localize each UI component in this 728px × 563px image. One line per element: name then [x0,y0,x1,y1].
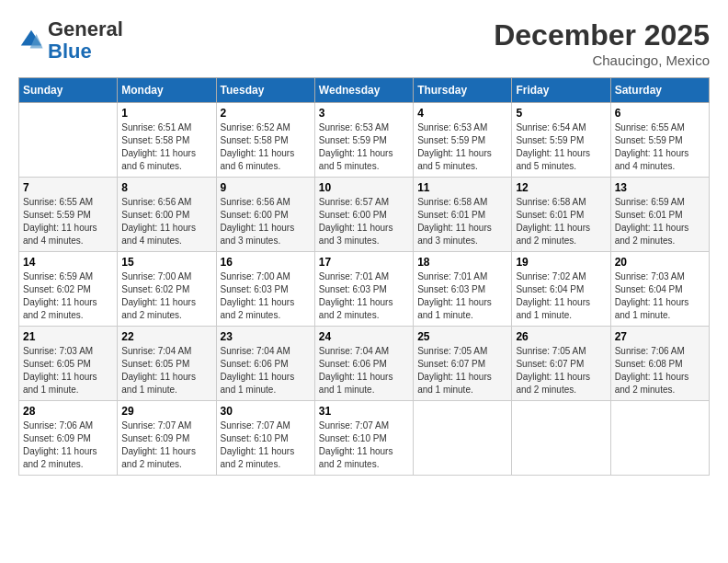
day-number: 5 [516,107,606,120]
day-info: Sunrise: 6:54 AMSunset: 5:59 PMDaylight:… [516,121,606,173]
logo-icon [18,28,44,53]
column-header-monday: Monday [118,78,216,103]
day-info: Sunrise: 6:53 AMSunset: 5:59 PMDaylight:… [417,121,507,173]
day-info: Sunrise: 7:00 AMSunset: 6:02 PMDaylight:… [121,270,211,322]
calendar-cell: 23Sunrise: 7:04 AMSunset: 6:06 PMDayligh… [216,327,314,401]
day-info: Sunrise: 7:06 AMSunset: 6:08 PMDaylight:… [615,345,705,396]
calendar-cell [610,401,709,476]
column-header-tuesday: Tuesday [216,78,314,103]
calendar-week-row: 14Sunrise: 6:59 AMSunset: 6:02 PMDayligh… [19,252,710,327]
calendar-cell: 4Sunrise: 6:53 AMSunset: 5:59 PMDaylight… [414,103,512,178]
calendar-cell: 20Sunrise: 7:03 AMSunset: 6:04 PMDayligh… [610,252,709,327]
calendar-cell: 28Sunrise: 7:06 AMSunset: 6:09 PMDayligh… [19,401,118,476]
day-number: 3 [319,107,409,120]
day-info: Sunrise: 6:56 AMSunset: 6:00 PMDaylight:… [221,196,311,247]
calendar-cell: 29Sunrise: 7:07 AMSunset: 6:09 PMDayligh… [118,401,216,476]
calendar-cell: 13Sunrise: 6:59 AMSunset: 6:01 PMDayligh… [610,178,709,252]
day-info: Sunrise: 6:57 AMSunset: 6:00 PMDaylight:… [319,196,409,247]
day-number: 2 [221,107,311,120]
day-info: Sunrise: 6:59 AMSunset: 6:01 PMDaylight:… [615,196,705,247]
month-title: December 2025 [494,18,710,52]
day-number: 27 [615,330,705,343]
calendar-cell: 8Sunrise: 6:56 AMSunset: 6:00 PMDaylight… [118,178,216,252]
day-info: Sunrise: 6:56 AMSunset: 6:00 PMDaylight:… [121,196,211,247]
calendar-cell: 7Sunrise: 6:55 AMSunset: 5:59 PMDaylight… [19,178,118,252]
day-info: Sunrise: 7:07 AMSunset: 6:10 PMDaylight:… [221,419,311,471]
day-info: Sunrise: 7:04 AMSunset: 6:05 PMDaylight:… [121,345,211,396]
day-number: 31 [319,405,409,418]
calendar-cell [19,103,118,178]
day-number: 21 [23,330,113,343]
day-number: 23 [221,330,311,343]
day-info: Sunrise: 7:04 AMSunset: 6:06 PMDaylight:… [319,345,409,396]
calendar-cell [512,401,610,476]
calendar-cell: 19Sunrise: 7:02 AMSunset: 6:04 PMDayligh… [512,252,610,327]
day-number: 24 [319,330,409,343]
day-number: 7 [23,181,113,194]
day-info: Sunrise: 6:53 AMSunset: 5:59 PMDaylight:… [319,121,409,173]
day-info: Sunrise: 6:55 AMSunset: 5:59 PMDaylight:… [23,196,113,247]
calendar-cell: 5Sunrise: 6:54 AMSunset: 5:59 PMDaylight… [512,103,610,178]
column-header-saturday: Saturday [610,78,709,103]
day-info: Sunrise: 6:51 AMSunset: 5:58 PMDaylight:… [121,121,211,173]
day-number: 20 [615,256,705,269]
logo-text: General Blue [48,18,123,63]
column-header-thursday: Thursday [414,78,512,103]
calendar-cell: 14Sunrise: 6:59 AMSunset: 6:02 PMDayligh… [19,252,118,327]
day-info: Sunrise: 7:03 AMSunset: 6:05 PMDaylight:… [23,345,113,396]
column-header-wednesday: Wednesday [314,78,413,103]
day-info: Sunrise: 7:07 AMSunset: 6:09 PMDaylight:… [121,419,211,471]
day-number: 30 [221,405,311,418]
day-info: Sunrise: 7:01 AMSunset: 6:03 PMDaylight:… [417,270,507,322]
day-number: 25 [417,330,507,343]
day-info: Sunrise: 7:03 AMSunset: 6:04 PMDaylight:… [615,270,705,322]
calendar-cell: 10Sunrise: 6:57 AMSunset: 6:00 PMDayligh… [314,178,413,252]
calendar-cell: 31Sunrise: 7:07 AMSunset: 6:10 PMDayligh… [314,401,413,476]
day-number: 10 [319,181,409,194]
logo: General Blue [18,18,123,63]
day-info: Sunrise: 6:58 AMSunset: 6:01 PMDaylight:… [417,196,507,247]
calendar-cell: 24Sunrise: 7:04 AMSunset: 6:06 PMDayligh… [314,327,413,401]
calendar-cell: 18Sunrise: 7:01 AMSunset: 6:03 PMDayligh… [414,252,512,327]
calendar-cell [414,401,512,476]
calendar-week-row: 1Sunrise: 6:51 AMSunset: 5:58 PMDaylight… [19,103,710,178]
day-info: Sunrise: 7:07 AMSunset: 6:10 PMDaylight:… [319,419,409,471]
day-info: Sunrise: 7:04 AMSunset: 6:06 PMDaylight:… [221,345,311,396]
day-number: 6 [615,107,705,120]
calendar-table: SundayMondayTuesdayWednesdayThursdayFrid… [18,77,710,476]
day-number: 26 [516,330,606,343]
page-header: General Blue December 2025 Chaucingo, Me… [18,18,710,68]
day-info: Sunrise: 7:06 AMSunset: 6:09 PMDaylight:… [23,419,113,471]
calendar-week-row: 7Sunrise: 6:55 AMSunset: 5:59 PMDaylight… [19,178,710,252]
column-header-sunday: Sunday [19,78,118,103]
day-number: 8 [121,181,211,194]
day-number: 9 [221,181,311,194]
location-subtitle: Chaucingo, Mexico [494,52,710,68]
day-number: 29 [121,405,211,418]
calendar-week-row: 21Sunrise: 7:03 AMSunset: 6:05 PMDayligh… [19,327,710,401]
day-info: Sunrise: 7:01 AMSunset: 6:03 PMDaylight:… [319,270,409,322]
day-number: 12 [516,181,606,194]
day-info: Sunrise: 7:05 AMSunset: 6:07 PMDaylight:… [417,345,507,396]
day-number: 19 [516,256,606,269]
calendar-cell: 22Sunrise: 7:04 AMSunset: 6:05 PMDayligh… [118,327,216,401]
day-number: 17 [319,256,409,269]
calendar-cell: 11Sunrise: 6:58 AMSunset: 6:01 PMDayligh… [414,178,512,252]
calendar-header-row: SundayMondayTuesdayWednesdayThursdayFrid… [19,78,710,103]
day-number: 15 [121,256,211,269]
calendar-week-row: 28Sunrise: 7:06 AMSunset: 6:09 PMDayligh… [19,401,710,476]
calendar-cell: 6Sunrise: 6:55 AMSunset: 5:59 PMDaylight… [610,103,709,178]
calendar-cell: 15Sunrise: 7:00 AMSunset: 6:02 PMDayligh… [118,252,216,327]
day-number: 28 [23,405,113,418]
day-info: Sunrise: 7:02 AMSunset: 6:04 PMDaylight:… [516,270,606,322]
day-info: Sunrise: 6:58 AMSunset: 6:01 PMDaylight:… [516,196,606,247]
calendar-cell: 9Sunrise: 6:56 AMSunset: 6:00 PMDaylight… [216,178,314,252]
calendar-cell: 12Sunrise: 6:58 AMSunset: 6:01 PMDayligh… [512,178,610,252]
day-info: Sunrise: 6:55 AMSunset: 5:59 PMDaylight:… [615,121,705,173]
calendar-cell: 25Sunrise: 7:05 AMSunset: 6:07 PMDayligh… [414,327,512,401]
day-number: 14 [23,256,113,269]
calendar-cell: 21Sunrise: 7:03 AMSunset: 6:05 PMDayligh… [19,327,118,401]
day-number: 4 [417,107,507,120]
day-info: Sunrise: 7:05 AMSunset: 6:07 PMDaylight:… [516,345,606,396]
calendar-cell: 17Sunrise: 7:01 AMSunset: 6:03 PMDayligh… [314,252,413,327]
